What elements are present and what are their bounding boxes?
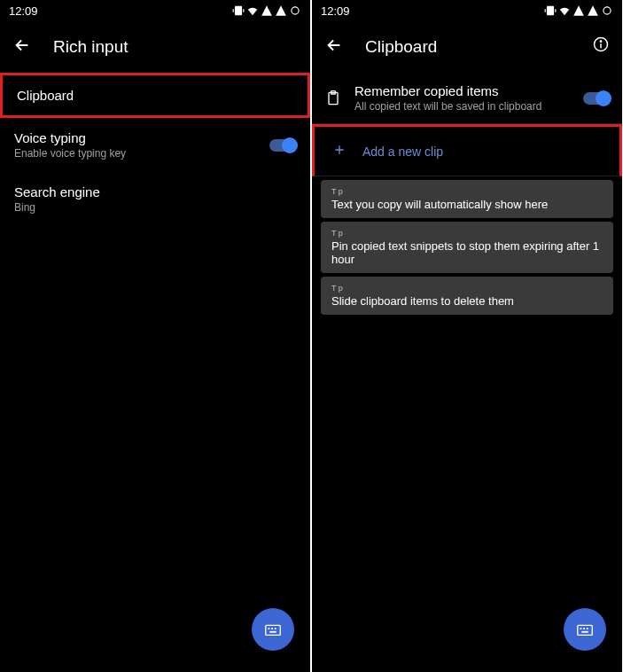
svg-rect-16 <box>587 628 588 629</box>
vibrate-icon <box>544 4 557 17</box>
tip-text: Slide clipboard items to delete them <box>331 294 603 308</box>
keyboard-fab[interactable] <box>252 608 294 651</box>
signal-icon <box>275 4 287 17</box>
vibrate-icon <box>232 4 245 17</box>
status-bar: 12:09 <box>312 0 622 21</box>
keyboard-icon <box>263 620 283 639</box>
signal-x-icon: x <box>261 4 273 17</box>
clipboard-icon <box>324 90 342 107</box>
clipboard-tip[interactable]: T p Pin copied text snippets to stop the… <box>321 222 613 273</box>
info-icon[interactable] <box>592 35 610 57</box>
header: Rich input <box>0 21 310 73</box>
svg-rect-3 <box>269 628 270 629</box>
status-time: 12:09 <box>9 4 38 18</box>
svg-rect-15 <box>583 628 585 629</box>
setting-clipboard[interactable]: Clipboard <box>0 73 310 118</box>
tips-list: T p Text you copy will automatically sho… <box>312 180 622 315</box>
status-bar: 12:09 x <box>0 0 310 21</box>
svg-point-10 <box>600 41 601 42</box>
header: Clipboard <box>312 21 622 73</box>
setting-sub: All copied text will be saved in clipboa… <box>354 100 571 113</box>
svg-rect-5 <box>275 628 276 629</box>
settings-list: Clipboard Voice typing Enable voice typi… <box>0 73 310 226</box>
svg-rect-13 <box>578 625 593 635</box>
svg-rect-17 <box>581 631 588 633</box>
add-new-clip[interactable]: Add a new clip <box>312 124 622 176</box>
svg-rect-14 <box>580 628 582 629</box>
setting-sub: Bing <box>14 201 100 214</box>
page-title: Clipboard <box>365 37 437 57</box>
signal-icon <box>587 4 599 17</box>
svg-rect-4 <box>271 628 273 629</box>
svg-rect-6 <box>269 631 276 633</box>
circle-icon <box>601 4 613 17</box>
setting-title: Remember copied items <box>354 83 571 98</box>
screen-rich-input: 12:09 x Rich input Clipboard Voice typin… <box>0 0 310 672</box>
tip-label: T p <box>331 284 603 293</box>
plus-icon <box>332 143 347 160</box>
clipboard-tip[interactable]: T p Slide clipboard items to delete them <box>321 277 613 315</box>
svg-text:x: x <box>268 5 270 10</box>
clipboard-tip[interactable]: T p Text you copy will automatically sho… <box>321 180 613 218</box>
svg-rect-2 <box>266 625 281 635</box>
setting-title: Search engine <box>14 184 100 199</box>
screen-clipboard: 12:09 Clipboard Remember copied items Al… <box>312 0 622 672</box>
svg-point-1 <box>292 7 299 14</box>
status-icons <box>544 4 613 17</box>
status-time: 12:09 <box>321 4 350 18</box>
page-title: Rich input <box>53 37 128 57</box>
setting-remember-copied[interactable]: Remember copied items All copied text wi… <box>312 73 622 124</box>
tip-label: T p <box>331 187 603 196</box>
add-new-clip-label: Add a new clip <box>362 145 443 159</box>
wifi-icon <box>558 4 571 17</box>
back-icon[interactable] <box>12 35 32 59</box>
tip-text: Text you copy will automatically show he… <box>331 198 603 211</box>
svg-point-7 <box>604 7 611 14</box>
setting-title: Clipboard <box>17 88 74 103</box>
remember-toggle[interactable] <box>583 92 610 105</box>
keyboard-icon <box>575 620 595 639</box>
wifi-icon <box>246 4 259 17</box>
keyboard-fab[interactable] <box>564 608 606 651</box>
tip-label: T p <box>331 229 603 238</box>
circle-icon <box>289 4 301 17</box>
setting-title: Voice typing <box>14 130 126 145</box>
voice-typing-toggle[interactable] <box>269 139 296 152</box>
status-icons: x <box>232 4 301 17</box>
back-icon[interactable] <box>324 35 344 59</box>
setting-voice-typing[interactable]: Voice typing Enable voice typing key <box>0 118 310 172</box>
signal-icon <box>572 4 585 17</box>
setting-search-engine[interactable]: Search engine Bing <box>0 172 310 226</box>
tip-text: Pin copied text snippets to stop them ex… <box>331 239 603 266</box>
setting-sub: Enable voice typing key <box>14 147 126 160</box>
